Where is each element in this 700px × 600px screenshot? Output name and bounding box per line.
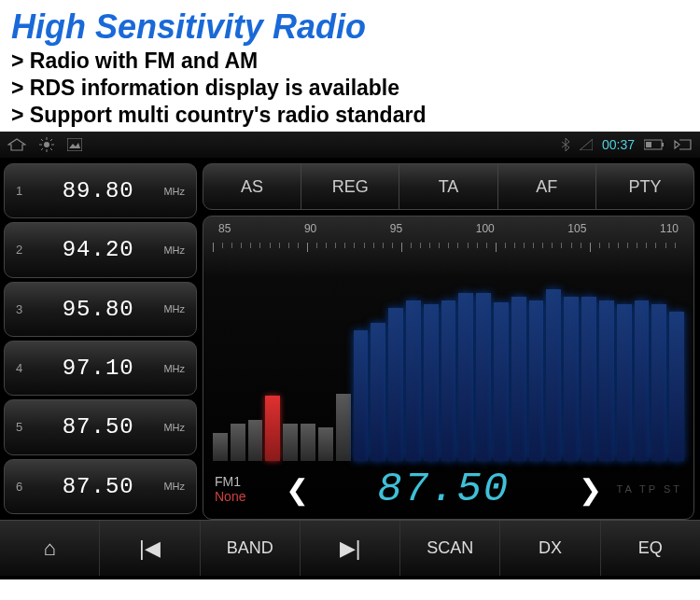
svg-line-7 <box>50 139 52 141</box>
mode-af[interactable]: AF <box>498 164 596 209</box>
preset-2[interactable]: 294.20MHz <box>4 222 197 277</box>
signal-bar <box>301 424 315 461</box>
mode-pty[interactable]: PTY <box>596 164 693 209</box>
mode-row: AS REG TA AF PTY <box>203 163 694 210</box>
radio-device: 00:37 189.80MHz 294.20MHz 395.80MHz 497.… <box>0 132 700 579</box>
prev-button[interactable]: |◀ <box>100 521 200 576</box>
frequency-display: FM1 None ❮ 87.50 ❯ TA TP ST <box>203 465 693 513</box>
home-button[interactable]: ⌂ <box>0 521 100 576</box>
signal-bar <box>231 424 245 461</box>
signal-bar <box>336 394 351 461</box>
tune-down-icon[interactable]: ❮ <box>271 473 324 506</box>
signal-bar <box>669 312 684 461</box>
current-frequency: 87.50 <box>324 466 564 512</box>
signal-bar <box>476 293 491 461</box>
band-button[interactable]: BAND <box>201 521 301 576</box>
brightness-icon[interactable] <box>39 137 54 152</box>
feature-line: > Radio with FM and AM <box>11 49 689 74</box>
signal-bar <box>283 424 298 461</box>
signal-visualizer[interactable]: 85 90 95 100 105 110 FM1 None ❮ 87.50 <box>203 216 694 520</box>
scan-button[interactable]: SCAN <box>400 521 500 576</box>
next-button[interactable]: ▶| <box>301 521 400 576</box>
signal-bar <box>529 300 544 461</box>
svg-line-5 <box>41 139 43 141</box>
bluetooth-icon <box>561 138 570 151</box>
home-icon[interactable] <box>7 138 26 151</box>
signal-bar <box>546 289 561 461</box>
signal-bar <box>406 300 421 461</box>
promo-header: High Sensitivity Radio > Radio with FM a… <box>0 0 700 132</box>
signal-bar <box>617 304 632 461</box>
frequency-scale: 85 90 95 100 105 110 <box>203 216 693 237</box>
tune-up-icon[interactable]: ❯ <box>564 473 617 506</box>
signal-bar <box>354 330 369 461</box>
signal-bar <box>635 300 650 461</box>
feature-line: > Support multi country's radio standard <box>11 103 689 128</box>
preset-3[interactable]: 395.80MHz <box>4 282 197 337</box>
rds-label: None <box>215 489 271 504</box>
preset-list: 189.80MHz 294.20MHz 395.80MHz 497.10MHz … <box>0 158 201 520</box>
dx-button[interactable]: DX <box>500 521 600 576</box>
eq-button[interactable]: EQ <box>601 521 700 576</box>
svg-rect-9 <box>67 138 82 151</box>
signal-bar <box>371 323 385 461</box>
svg-point-0 <box>44 142 49 147</box>
band-label: FM1 <box>215 474 271 489</box>
prev-icon: |◀ <box>139 537 161 561</box>
signal-bar <box>248 420 263 461</box>
preset-1[interactable]: 189.80MHz <box>4 163 197 218</box>
signal-bar <box>388 308 403 461</box>
rds-indicators: TA TP ST <box>617 483 682 495</box>
signal-icon <box>580 139 593 150</box>
battery-icon <box>644 139 665 150</box>
feature-line: > RDS information display is available <box>11 76 689 101</box>
preset-6[interactable]: 687.50MHz <box>4 459 197 514</box>
signal-bar <box>581 297 596 461</box>
next-icon: ▶| <box>340 537 361 561</box>
svg-line-6 <box>50 148 52 150</box>
mode-as[interactable]: AS <box>203 164 301 209</box>
signal-bar <box>441 300 456 461</box>
signal-bar <box>424 304 439 461</box>
mode-reg[interactable]: REG <box>301 164 399 209</box>
clock: 00:37 <box>602 137 635 152</box>
signal-bar <box>458 293 473 461</box>
image-icon[interactable] <box>67 138 82 151</box>
svg-rect-12 <box>646 142 651 147</box>
status-bar: 00:37 <box>0 132 700 158</box>
signal-bar <box>564 297 579 461</box>
back-icon[interactable] <box>674 138 693 151</box>
preset-4[interactable]: 497.10MHz <box>4 341 197 396</box>
svg-line-8 <box>41 148 43 150</box>
signal-bar <box>494 302 509 461</box>
home-icon: ⌂ <box>43 537 55 561</box>
signal-bar <box>651 304 666 461</box>
page-title: High Sensitivity Radio <box>11 7 689 47</box>
mode-ta[interactable]: TA <box>399 164 497 209</box>
preset-5[interactable]: 587.50MHz <box>4 399 197 454</box>
bottom-toolbar: ⌂ |◀ BAND ▶| SCAN DX EQ <box>0 520 700 576</box>
signal-bar <box>599 300 614 461</box>
signal-bar <box>318 427 333 461</box>
svg-rect-11 <box>662 143 664 147</box>
signal-bars <box>213 274 684 461</box>
signal-bar <box>265 396 280 461</box>
signal-bar <box>511 297 526 461</box>
signal-bar <box>213 433 228 461</box>
